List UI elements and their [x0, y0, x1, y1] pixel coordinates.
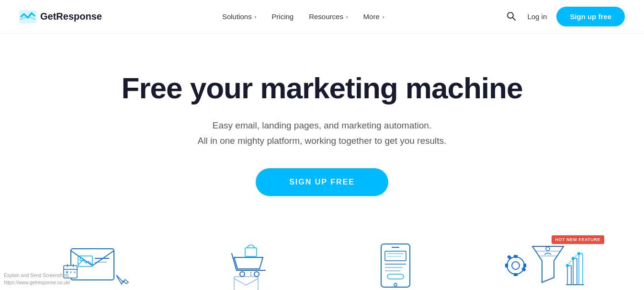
hot-new-feature-badge: HOT NEW FEATURE: [552, 235, 604, 244]
solutions-chevron-icon: ›: [255, 14, 257, 20]
svg-point-29: [507, 257, 524, 274]
nav-pricing[interactable]: Pricing: [271, 12, 294, 21]
feature-conversion-funnel: HOT NEW FEATURE: [485, 239, 599, 290]
svg-rect-14: [74, 271, 76, 273]
nav-solutions[interactable]: Solutions ›: [222, 12, 256, 21]
svg-point-45: [577, 252, 580, 255]
svg-rect-13: [70, 271, 72, 273]
search-button[interactable]: [504, 9, 518, 24]
resources-chevron-icon: ›: [346, 14, 348, 20]
svg-rect-31: [514, 255, 518, 258]
hero-section: Free your marketing machine Easy email, …: [0, 34, 644, 225]
logo[interactable]: GetResponse: [19, 10, 102, 23]
nav-links: Solutions › Pricing Resources › More ›: [222, 12, 384, 21]
conversion-funnel-icon: [497, 239, 588, 290]
hero-title: Free your marketing machine: [122, 72, 523, 104]
svg-rect-22: [385, 251, 406, 261]
svg-rect-19: [381, 244, 410, 287]
landing-pages-icon-area: [350, 239, 441, 290]
conversion-funnel-icon-area: [497, 239, 588, 290]
features-row: HOT NEW FEATURE: [0, 230, 644, 290]
feature-ecommerce: [191, 239, 306, 290]
svg-point-16: [254, 272, 259, 277]
brand-name: GetResponse: [40, 11, 102, 22]
ecommerce-icon-area: [203, 239, 294, 290]
logo-icon: [19, 10, 36, 23]
nav-more[interactable]: More ›: [363, 12, 384, 21]
svg-rect-33: [505, 264, 508, 267]
watermark: Explain and Send Screenshots https://www…: [4, 272, 70, 286]
svg-rect-39: [567, 266, 571, 285]
svg-line-2: [513, 18, 515, 20]
svg-rect-18: [234, 277, 258, 290]
navbar: GetResponse Solutions › Pricing Resource…: [0, 0, 644, 34]
svg-point-44: [572, 257, 575, 260]
svg-point-1: [508, 12, 513, 18]
svg-point-30: [512, 262, 520, 269]
svg-rect-40: [573, 258, 577, 285]
signup-button[interactable]: Sign up free: [556, 7, 625, 26]
email-icon-area: [56, 239, 147, 290]
svg-point-46: [546, 247, 550, 251]
login-link[interactable]: Log in: [527, 12, 547, 21]
more-chevron-icon: ›: [383, 14, 384, 20]
feature-landing-pages: [338, 239, 453, 290]
ecommerce-icon: [208, 239, 289, 290]
svg-point-15: [240, 272, 245, 277]
svg-rect-34: [523, 264, 526, 267]
svg-rect-32: [514, 273, 518, 276]
svg-point-20: [394, 283, 397, 286]
nav-resources[interactable]: Resources ›: [309, 12, 348, 21]
search-icon: [506, 11, 516, 21]
svg-rect-26: [387, 274, 404, 279]
svg-rect-41: [579, 254, 583, 285]
email-marketing-icon: [61, 239, 143, 290]
landing-pages-icon: [355, 239, 436, 290]
nav-actions: Log in Sign up free: [504, 7, 625, 26]
svg-point-43: [566, 264, 569, 267]
hero-subtitle: Easy email, landing pages, and marketing…: [198, 118, 447, 149]
svg-rect-35: [507, 255, 512, 260]
svg-rect-17: [245, 248, 257, 256]
hero-cta-button[interactable]: SIGN UP FREE: [256, 168, 388, 196]
